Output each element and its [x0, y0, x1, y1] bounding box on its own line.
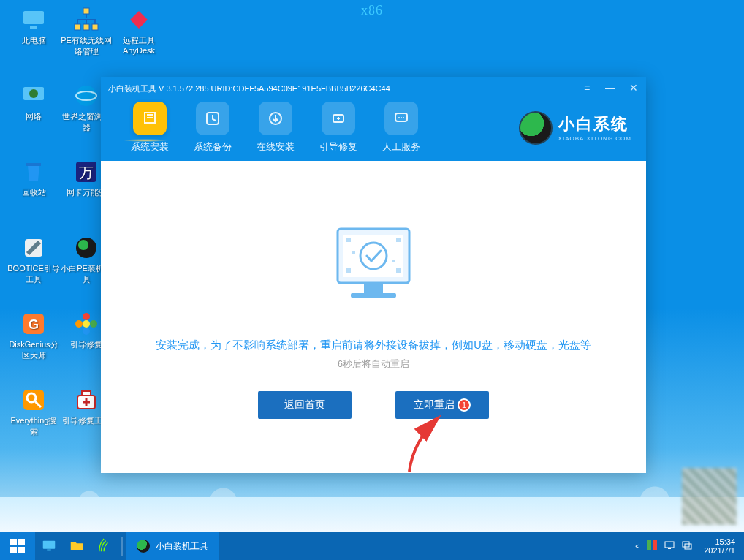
svg-text:万: 万 [79, 164, 94, 181]
taskbar: 小白装机工具 < 15:34 2021/7/1 [0, 532, 744, 560]
tab-label: 系统备份 [181, 141, 244, 154]
svg-rect-5 [92, 24, 98, 30]
online-icon [259, 102, 292, 135]
svg-point-19 [83, 313, 90, 320]
svg-rect-10 [26, 163, 41, 166]
desktop-icon-label: PE有线无线网络管理 [60, 35, 113, 57]
desktop-icon-search[interactable]: Everything搜索 [7, 386, 60, 437]
desktop-icon-label: 远程工具AnyDesk [113, 35, 165, 55]
tab-repair[interactable]: 引导修复 [307, 102, 370, 154]
back-home-button[interactable]: 返回首页 [258, 391, 352, 419]
tab-online[interactable]: 在线安装 [244, 102, 307, 154]
desktop-icon-label: BOOTICE引导工具 [7, 263, 60, 285]
desktop-icon-label: 此电脑 [7, 35, 60, 46]
start-button[interactable] [0, 532, 35, 560]
quick-launch-wifi[interactable] [91, 532, 118, 560]
desktop-icon-dg[interactable]: GDiskGenius分区大师 [7, 310, 60, 361]
quick-launch-explorer[interactable] [63, 532, 91, 560]
tab-label: 人工服务 [370, 141, 433, 154]
svg-text:G: G [29, 317, 39, 332]
window-title: 小白装机工具 V 3.1.572.285 URID:CDFF5A594C09E1… [101, 77, 646, 96]
desktop-icon-anydesk[interactable]: 远程工具AnyDesk [113, 6, 165, 55]
desktop-icon-label: Everything搜索 [7, 415, 60, 437]
svg-point-32 [401, 117, 402, 118]
desktop-icon-bin[interactable]: 回收站 [7, 158, 60, 198]
desktop-icon-label: 网络 [7, 111, 60, 122]
desktop-icon-bootice[interactable]: BOOTICE引导工具 [7, 234, 60, 285]
svg-point-22 [75, 320, 83, 328]
close-icon[interactable]: ✕ [626, 80, 642, 96]
svg-rect-40 [396, 238, 401, 242]
svg-rect-3 [75, 24, 80, 30]
svg-rect-47 [10, 547, 17, 553]
svg-rect-45 [10, 539, 17, 545]
auto-restart-countdown: 6秒后将自动重启 [338, 358, 409, 371]
svg-rect-35 [343, 235, 403, 277]
taskbar-app-label: 小白装机工具 [156, 540, 208, 553]
svg-rect-46 [18, 539, 25, 545]
install-complete-message: 安装完成，为了不影响系统部署，重启前请将外接设备拔掉，例如U盘，移动硬盘，光盘等 [156, 338, 591, 352]
backup-icon [196, 102, 229, 135]
svg-rect-1 [30, 26, 37, 29]
menu-icon[interactable]: ≡ [579, 80, 595, 96]
desktop-icon-label: DiskGenius分区大师 [7, 339, 60, 361]
xiaobai-installer-window: 小白装机工具 V 3.1.572.285 URID:CDFF5A594C09E1… [101, 77, 646, 473]
desktop-icon-globe[interactable]: 网络 [7, 82, 60, 122]
desktop-icon-label: 回收站 [7, 187, 60, 198]
tray-chevron-icon[interactable]: < [635, 542, 639, 550]
svg-point-31 [398, 117, 400, 118]
svg-rect-39 [346, 238, 351, 242]
svg-rect-44 [392, 260, 395, 262]
svg-rect-48 [18, 547, 25, 553]
svg-point-15 [78, 240, 88, 250]
svg-rect-43 [352, 251, 355, 254]
desktop-icon-monitor[interactable]: 此电脑 [7, 6, 60, 46]
brand-logo-area: 小白系统XIAOBAIXITONG.COM [519, 111, 631, 145]
svg-rect-50 [47, 550, 51, 551]
taskbar-clock[interactable]: 15:34 2021/7/1 [699, 537, 740, 555]
taskbar-app-xiaobai[interactable]: 小白装机工具 [126, 532, 219, 560]
svg-point-33 [403, 117, 404, 118]
xiaobai-logo-icon [519, 111, 553, 145]
chat-icon [384, 102, 418, 135]
svg-rect-4 [83, 24, 89, 30]
svg-rect-52 [653, 540, 657, 550]
annotation-badge: 1 [458, 398, 471, 412]
svg-rect-53 [665, 542, 674, 548]
tab-label: 系统安装 [118, 141, 181, 154]
tray-network-icon[interactable] [682, 540, 692, 553]
svg-point-18 [83, 320, 90, 328]
repair-icon [322, 102, 355, 135]
success-illustration [311, 216, 436, 318]
svg-rect-49 [43, 541, 56, 549]
tray-shields-icon[interactable] [647, 540, 657, 553]
tab-label: 引导修复 [307, 141, 370, 154]
svg-rect-26 [82, 391, 91, 396]
tab-backup[interactable]: 系统备份 [181, 102, 244, 154]
tray-monitor-icon[interactable] [664, 540, 675, 553]
svg-rect-37 [364, 284, 383, 293]
svg-rect-0 [23, 11, 44, 24]
svg-rect-42 [396, 268, 401, 273]
minimize-icon[interactable]: — [602, 80, 618, 96]
svg-rect-38 [351, 293, 396, 298]
restart-now-button[interactable]: 立即重启 1 [395, 391, 489, 419]
svg-rect-51 [647, 540, 651, 550]
quick-launch-computer[interactable] [35, 532, 63, 560]
svg-point-8 [76, 86, 96, 106]
install-icon [133, 102, 167, 135]
tab-install[interactable]: 系统安装 [118, 102, 181, 154]
desktop-icon-net[interactable]: PE有线无线网络管理 [60, 6, 113, 57]
tab-chat[interactable]: 人工服务 [370, 102, 433, 154]
svg-rect-2 [83, 8, 89, 14]
svg-rect-54 [668, 548, 671, 549]
svg-point-7 [29, 89, 38, 98]
svg-point-20 [90, 320, 97, 328]
svg-rect-41 [346, 268, 351, 273]
tab-label: 在线安装 [244, 141, 307, 154]
svg-point-21 [83, 328, 90, 335]
